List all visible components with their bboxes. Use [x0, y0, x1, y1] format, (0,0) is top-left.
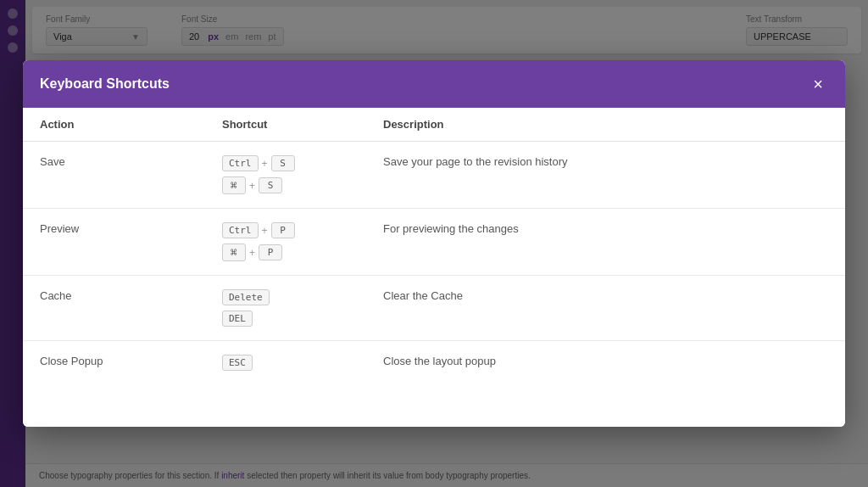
modal-body: Action Shortcut Description SaveCtrl+S⌘+…: [23, 108, 845, 384]
table-row: PreviewCtrl+P⌘+PFor previewing the chang…: [23, 209, 845, 276]
key-combination: ⌘+P: [222, 244, 349, 261]
shortcut-cell: Ctrl+P⌘+P: [205, 209, 366, 276]
table-header-row: Action Shortcut Description: [23, 108, 845, 142]
key-badge: S: [259, 177, 282, 193]
key-badge: P: [271, 222, 295, 238]
action-cell: Save: [23, 142, 205, 209]
key-badge: Delete: [222, 289, 270, 305]
key-badge: DEL: [222, 311, 253, 327]
modal-title: Keyboard Shortcuts: [40, 76, 170, 92]
action-cell: Preview: [23, 209, 205, 276]
table-row: Close PopupESCClose the layout popup: [23, 341, 845, 385]
key-combination: ⌘+S: [222, 176, 349, 194]
table-row: SaveCtrl+S⌘+SSave your page to the revis…: [23, 142, 845, 209]
key-badge: ⌘: [222, 176, 246, 194]
key-combination: Delete: [222, 289, 349, 305]
column-header-description: Description: [366, 108, 845, 142]
action-cell: Cache: [23, 276, 205, 341]
modal-close-button[interactable]: ×: [808, 74, 828, 94]
modal-overlay: Keyboard Shortcuts × Action Shortcut Des…: [0, 0, 868, 487]
key-combination: DEL: [222, 311, 349, 327]
keyboard-shortcuts-modal: Keyboard Shortcuts × Action Shortcut Des…: [23, 60, 845, 427]
description-cell: For previewing the changes: [366, 209, 845, 276]
key-plus-sign: +: [262, 225, 268, 237]
description-cell: Clear the Cache: [366, 276, 845, 341]
action-cell: Close Popup: [23, 341, 205, 385]
key-badge: ⌘: [222, 244, 246, 261]
shortcut-cell: DeleteDEL: [205, 276, 366, 341]
shortcut-cell: ESC: [205, 341, 366, 385]
key-plus-sign: +: [249, 247, 255, 259]
key-plus-sign: +: [249, 180, 255, 192]
key-badge: Ctrl: [222, 155, 259, 171]
key-combination: ESC: [222, 355, 349, 371]
description-cell: Save your page to the revision history: [366, 142, 845, 209]
key-badge: S: [271, 155, 295, 171]
key-combination: Ctrl+P: [222, 222, 349, 238]
shortcuts-table: Action Shortcut Description SaveCtrl+S⌘+…: [23, 108, 845, 384]
key-combination: Ctrl+S: [222, 155, 349, 171]
modal-footer: [23, 384, 845, 427]
key-badge: Ctrl: [222, 222, 259, 238]
modal-header: Keyboard Shortcuts ×: [23, 60, 845, 108]
column-header-action: Action: [23, 108, 205, 142]
key-plus-sign: +: [262, 158, 268, 170]
table-row: CacheDeleteDELClear the Cache: [23, 276, 845, 341]
description-cell: Close the layout popup: [366, 341, 845, 385]
key-badge: ESC: [222, 355, 253, 371]
shortcut-cell: Ctrl+S⌘+S: [205, 142, 366, 209]
column-header-shortcut: Shortcut: [205, 108, 366, 142]
key-badge: P: [259, 244, 282, 260]
